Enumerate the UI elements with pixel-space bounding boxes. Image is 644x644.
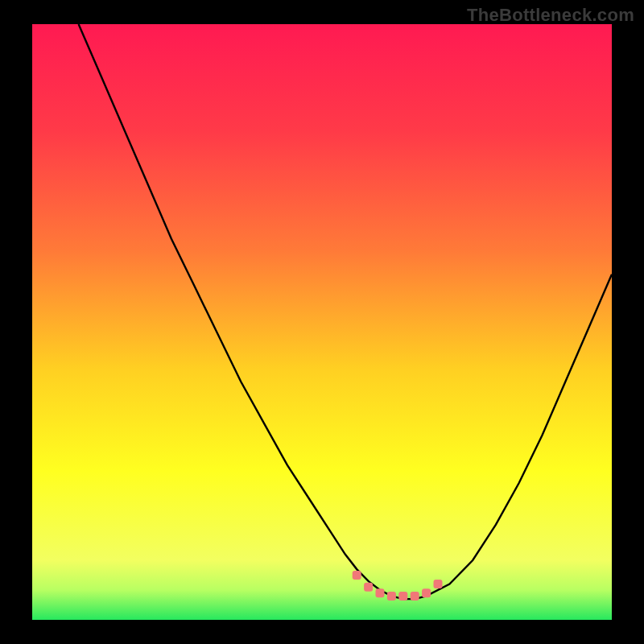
bottom-marker-dot [364, 583, 373, 592]
bottom-marker-dot [434, 580, 443, 588]
bottom-marker-dot [422, 588, 431, 597]
watermark-text: TheBottleneck.com [467, 5, 634, 26]
bottom-marker-dot [353, 571, 361, 580]
bottom-marker-dot [387, 592, 396, 601]
bottleneck-curve-chart [32, 24, 612, 620]
bottom-marker-dot [376, 588, 385, 597]
chart-background [32, 24, 612, 620]
bottom-marker-dot [411, 592, 419, 601]
chart-frame: TheBottleneck.com [0, 0, 644, 644]
bottom-marker-dot [398, 592, 407, 601]
plot-area [32, 24, 612, 620]
